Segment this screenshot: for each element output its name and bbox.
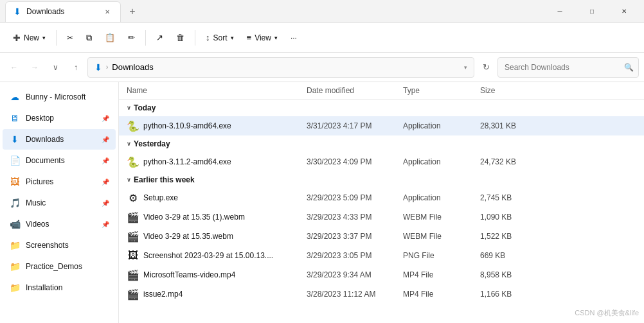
forward-button[interactable]: →: [26, 58, 44, 76]
sidebar-label-practice: Practice_Demos: [26, 262, 109, 271]
main-area: ☁ Bunny - Microsoft 🖥 Desktop 📌 ⬇ Downlo…: [0, 82, 644, 323]
file-name-text: issue2.mp4: [143, 290, 183, 299]
address-bar[interactable]: ⬇ › Downloads ▾: [87, 57, 474, 78]
pin-icon-music: 📌: [102, 200, 109, 207]
file-row[interactable]: 🎬Video 3-29 at 15.35.webm3/29/2023 3:37 …: [119, 227, 644, 246]
file-type-label: MP4 File: [403, 290, 480, 299]
group-header-today[interactable]: ∨ Today: [119, 100, 644, 116]
toolbar: ✚ New ▾ ✂ ⧉ 📋 ✏ ↗ 🗑 ↕ Sort ▾ ≡ View ▾ ··…: [0, 23, 644, 53]
sidebar-item-cloud[interactable]: ☁ Bunny - Microsoft: [3, 87, 116, 107]
search-icon: 🔍: [624, 63, 634, 72]
share-button[interactable]: ↗: [151, 30, 168, 46]
file-row[interactable]: 🎬issue2.mp43/28/2023 11:12 AMMP4 File1,1…: [119, 284, 644, 304]
sidebar-item-videos[interactable]: 📹 Videos 📌: [3, 214, 116, 234]
file-type-label: Application: [403, 193, 480, 202]
file-name-cell: ⚙Setup.exe: [127, 192, 307, 204]
delete-button[interactable]: 🗑: [171, 30, 190, 46]
address-chevron: ›: [106, 64, 108, 71]
file-name-text: python-3.10.9-amd64.exe: [143, 121, 231, 130]
column-type: Type: [403, 86, 480, 95]
file-row[interactable]: 🎬Video 3-29 at 15.35 (1).webm3/29/2023 4…: [119, 207, 644, 227]
file-name-cell: 🖼Screenshot 2023-03-29 at 15.00.13....: [127, 250, 307, 261]
file-type-label: WEBM File: [403, 213, 480, 222]
sidebar-label-pictures: Pictures: [26, 177, 96, 186]
sidebar-item-practice[interactable]: 📁 Practice_Demos: [3, 256, 116, 277]
file-size: 1,090 KB: [480, 213, 512, 222]
column-size: Size: [480, 86, 495, 95]
new-icon: ✚: [13, 33, 21, 43]
sidebar-label-installation: Installation: [26, 283, 109, 292]
file-row[interactable]: 🐍python-3.11.2-amd64.exe3/30/2023 4:09 P…: [119, 152, 644, 171]
sort-button[interactable]: ↕ Sort ▾: [201, 30, 239, 46]
tab-close-button[interactable]: ✕: [102, 6, 112, 17]
file-name-cell: 🎬MicrosoftTeams-video.mp4: [127, 269, 307, 281]
sidebar-icon-cloud: ☁: [9, 92, 21, 102]
file-date: 3/28/2023 11:12 AM: [307, 290, 403, 299]
up-button[interactable]: ↑: [67, 58, 85, 76]
file-date: 3/29/2023 5:09 PM: [307, 193, 403, 202]
sidebar-label-downloads: Downloads: [26, 135, 96, 144]
new-tab-button[interactable]: +: [123, 3, 141, 21]
view-button[interactable]: ≡ View ▾: [242, 30, 283, 46]
copy-button[interactable]: ⧉: [81, 30, 97, 46]
cut-button[interactable]: ✂: [62, 30, 78, 46]
address-path: Downloads: [112, 62, 153, 72]
file-date: 3/29/2023 3:37 PM: [307, 232, 403, 241]
back-button[interactable]: ←: [5, 58, 23, 76]
sidebar-icon-music: 🎵: [9, 198, 21, 208]
search-input[interactable]: [497, 57, 639, 78]
close-button[interactable]: ✕: [609, 1, 639, 22]
file-row[interactable]: ⚙Setup.exe3/29/2023 5:09 PMApplication2,…: [119, 188, 644, 207]
sidebar-label-desktop: Desktop: [26, 114, 96, 123]
minimize-button[interactable]: ─: [545, 1, 575, 22]
file-size: 28,301 KB: [480, 121, 516, 130]
file-type-label: Application: [403, 121, 480, 130]
sidebar-item-music[interactable]: 🎵 Music 📌: [3, 193, 116, 213]
separator-2: [145, 30, 146, 46]
tab-downloads[interactable]: ⬇ Downloads ✕: [5, 1, 121, 22]
pin-icon-documents: 📌: [102, 157, 109, 164]
file-name-cell: 🐍python-3.10.9-amd64.exe: [127, 120, 307, 132]
sidebar-item-desktop[interactable]: 🖥 Desktop 📌: [3, 108, 116, 128]
new-label: New: [24, 33, 39, 42]
sidebar-icon-installation: 📁: [9, 283, 21, 293]
pin-icon-downloads: 📌: [102, 136, 109, 143]
new-button[interactable]: ✚ New ▾: [8, 30, 51, 46]
file-name-text: Screenshot 2023-03-29 at 15.00.13....: [143, 251, 273, 260]
file-type-icon: 🐍: [127, 156, 139, 168]
sidebar-item-downloads[interactable]: ⬇ Downloads 📌: [3, 129, 116, 150]
refresh-button[interactable]: ↻: [477, 58, 495, 76]
file-date: 3/30/2023 4:09 PM: [307, 157, 403, 166]
rename-button[interactable]: ✏: [123, 30, 140, 46]
tab-area: ⬇ Downloads ✕ +: [5, 0, 545, 22]
file-size: 1,522 KB: [480, 232, 512, 241]
sidebar-icon-pictures: 🖼: [9, 177, 21, 187]
file-type-icon: 🎬: [127, 288, 139, 301]
file-row[interactable]: 🎬MicrosoftTeams-video.mp43/29/2023 9:34 …: [119, 265, 644, 284]
sidebar-label-music: Music: [26, 198, 96, 207]
rename-icon: ✏: [128, 33, 135, 42]
view-chevron: ▾: [274, 35, 278, 41]
titlebar: ⬇ Downloads ✕ + ─ □ ✕: [0, 0, 644, 23]
column-name: Name: [127, 86, 307, 95]
maximize-button[interactable]: □: [577, 1, 607, 22]
dropdown-button[interactable]: ∨: [46, 58, 64, 76]
address-dropdown-icon: ▾: [464, 64, 467, 71]
column-date: Date modified: [307, 86, 403, 95]
view-icon: ≡: [247, 33, 252, 42]
file-type-icon: ⚙: [127, 192, 139, 204]
file-row[interactable]: 🖼Screenshot 2023-03-29 at 15.00.13....3/…: [119, 246, 644, 265]
group-header-earlier-this-week[interactable]: ∨ Earlier this week: [119, 171, 644, 188]
file-row[interactable]: 🐍python-3.10.9-amd64.exe3/31/2023 4:17 P…: [119, 116, 644, 135]
file-name-text: Video 3-29 at 15.35 (1).webm: [143, 213, 245, 222]
sidebar-item-pictures[interactable]: 🖼 Pictures 📌: [3, 171, 116, 192]
paste-button[interactable]: 📋: [100, 30, 120, 46]
sidebar-item-screenshots[interactable]: 📁 Screenshots: [3, 235, 116, 256]
group-header-yesterday[interactable]: ∨ Yesterday: [119, 135, 644, 152]
file-type-icon: 🖼: [127, 250, 139, 261]
search-wrapper: 🔍: [497, 57, 639, 78]
more-button[interactable]: ···: [285, 30, 302, 46]
sidebar-item-installation[interactable]: 📁 Installation: [3, 277, 116, 298]
group-chevron: ∨: [127, 105, 131, 111]
sidebar-item-documents[interactable]: 📄 Documents 📌: [3, 150, 116, 171]
